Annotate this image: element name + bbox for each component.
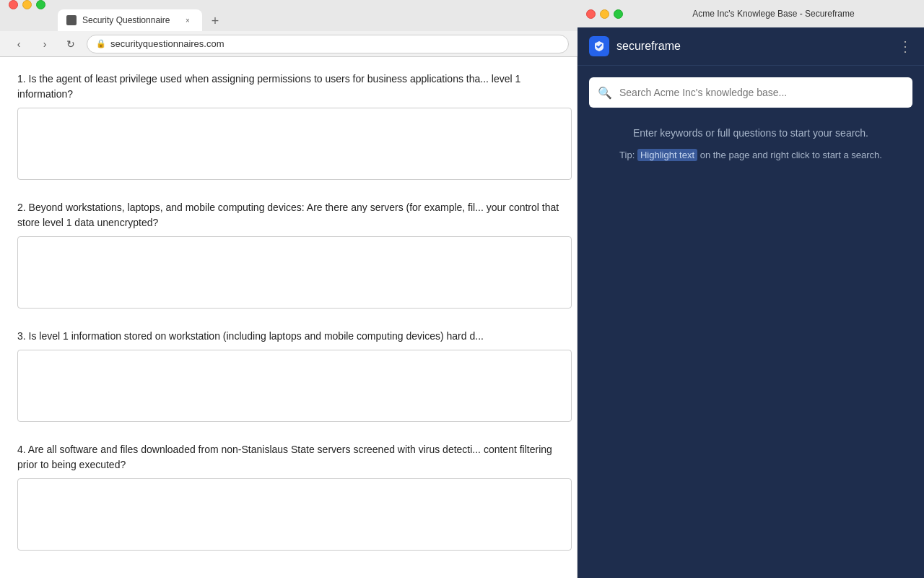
address-bar-row: ‹ › ↻ 🔒 securityquestionnaires.com (0, 31, 578, 57)
sf-search-input[interactable] (619, 87, 904, 98)
sf-search-box[interactable]: 🔍 (589, 77, 912, 108)
traffic-lights (9, 0, 45, 9)
sf-tip-suffix: on the page and right click to start a s… (697, 150, 882, 160)
url-text: securityquestionnaires.com (110, 38, 225, 49)
question-block-4: 4. Are all software and files downloaded… (17, 442, 559, 553)
address-input[interactable]: 🔒 securityquestionnaires.com (87, 35, 569, 53)
second-close-light[interactable] (586, 9, 596, 19)
search-icon: 🔍 (598, 86, 612, 100)
answer-textarea-1[interactable] (17, 108, 572, 180)
browser-tab[interactable]: Security Questionnaire × (58, 9, 202, 31)
question-block-3: 3. Is level 1 information stored on work… (17, 329, 559, 425)
question-text-1: 1. Is the agent of least privilege used … (17, 72, 559, 102)
question-text-3: 3. Is level 1 information stored on work… (17, 329, 559, 344)
tab-bar: Security Questionnaire × + (0, 9, 578, 31)
question-text-2: 2. Beyond workstations, laptops, and mob… (17, 200, 559, 230)
secureframe-logo-icon (589, 36, 609, 56)
second-max-light[interactable] (614, 9, 623, 19)
forward-button[interactable]: › (35, 34, 55, 54)
answer-textarea-3[interactable] (17, 350, 572, 422)
second-window-title: Acme Inc's Knowlege Base - Secureframe (632, 9, 915, 19)
question-block-1: 1. Is the agent of least privilege used … (17, 72, 559, 183)
second-min-light[interactable] (600, 9, 609, 19)
sf-logo-text: secureframe (616, 40, 681, 53)
sf-instructions-text: Enter keywords or full questions to star… (589, 125, 912, 141)
tab-close-button[interactable]: × (182, 14, 193, 26)
minimize-traffic-light[interactable] (22, 0, 32, 9)
sf-menu-button[interactable]: ⋮ (898, 38, 912, 55)
questionnaire-pane: 1. Is the agent of least privilege used … (0, 57, 578, 578)
answer-textarea-4[interactable] (17, 478, 572, 551)
sf-highlight-badge: Highlight text (637, 149, 697, 161)
reload-button[interactable]: ↻ (61, 34, 81, 54)
answer-textarea-2[interactable] (17, 236, 572, 309)
sf-tip-prefix: Tip: (619, 150, 637, 160)
sf-content: 🔍 Enter keywords or full questions to st… (578, 66, 924, 578)
new-tab-button[interactable]: + (205, 11, 225, 31)
close-traffic-light[interactable] (9, 0, 18, 9)
fullscreen-traffic-light[interactable] (36, 0, 45, 9)
back-button[interactable]: ‹ (9, 34, 29, 54)
sf-logo: secureframe (589, 36, 681, 56)
sf-instructions-block: Enter keywords or full questions to star… (589, 125, 912, 160)
question-block-2: 2. Beyond workstations, laptops, and mob… (17, 200, 559, 311)
sf-tip-text: Tip: Highlight text on the page and righ… (589, 150, 912, 160)
question-text-4: 4. Are all software and files downloaded… (17, 442, 559, 473)
secureframe-header: secureframe ⋮ (578, 27, 924, 66)
tab-title: Security Questionnaire (82, 15, 176, 25)
browser-title-bar (0, 0, 578, 9)
second-traffic-lights (586, 9, 623, 19)
second-browser-title-bar: Acme Inc's Knowlege Base - Secureframe (578, 0, 924, 27)
lock-icon: 🔒 (96, 39, 106, 48)
tab-favicon (66, 15, 77, 25)
